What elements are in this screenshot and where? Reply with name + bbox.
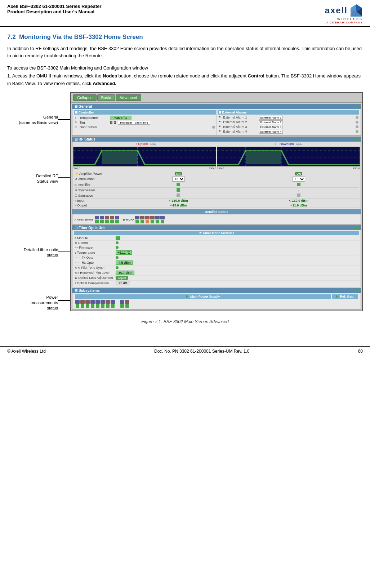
tx-opto-row: →→ Tx Opto — [74, 255, 359, 260]
logo-cobham: A COBHAM COMPANY — [326, 21, 363, 24]
synth-ul-dot — [177, 188, 180, 192]
amplifier-ul — [119, 183, 238, 187]
collapse-button[interactable]: Collapse — [73, 94, 97, 101]
subsys-status-dot — [356, 289, 358, 292]
subsys-dot-2 — [81, 304, 84, 308]
board-cell-5 — [115, 216, 119, 223]
rx-opto-label: ←← Rx Opto — [75, 261, 114, 264]
downlink-arrow-icon: ↓ — [275, 142, 276, 146]
refgen-icon-2 — [125, 300, 129, 304]
optical-icon: ⊠ — [75, 276, 77, 280]
fiber-status-dot — [356, 226, 358, 229]
subsystems-section: ⊟ Subsystems Main Power Supply Ref. Gen. — [72, 288, 361, 309]
tag-value: Repeater - Site Name — [118, 121, 150, 125]
alarm4-icon: ⚑ — [218, 130, 222, 133]
thermometer-icon: ↕ — [75, 116, 78, 120]
temperature2-value: +51.1 °C — [116, 250, 132, 255]
amp-power-dl: ON — [239, 172, 358, 175]
mcpa-cell-1 — [135, 216, 139, 223]
footer-copyright: © Axell Wireless Ltd — [7, 349, 46, 354]
label-power: Powermeasurementsstatus — [31, 295, 58, 311]
output-dl-val: <11.9 dBm — [239, 204, 358, 207]
footer-docno: Doc. No. PN 3302 61-200001 Series-UM Rev… — [154, 349, 250, 354]
refgen-cell-1 — [120, 300, 124, 308]
attenuation-dl-select[interactable]: 13 — [293, 177, 305, 182]
subsys-icon-3 — [85, 300, 90, 304]
optical-comp-icon: ↕ — [75, 281, 76, 285]
synth-ul — [119, 188, 238, 192]
rf-collapse-icon: ⊟ — [75, 137, 77, 141]
page-header: Axell BSF-3302 61-200001 Series Repeater… — [0, 0, 370, 27]
label-rf-status: Detailed RFStatus view — [36, 173, 58, 184]
rx-opto-value: -4.5 dBm — [116, 260, 133, 265]
subsys-dot-3 — [86, 304, 89, 308]
adjust-button[interactable]: Adjust — [116, 276, 128, 280]
comm-icon: ≋ — [75, 241, 77, 245]
footer-page: 60 — [358, 349, 363, 354]
subsys-dot-7 — [106, 304, 110, 308]
amplifier-row: ▷ Amplifier — [74, 182, 359, 188]
mcpa-dot-1 — [135, 220, 139, 223]
tag-icons: 🖫 🖫 — [110, 121, 116, 124]
refgen-header: Ref. Gen. — [332, 294, 358, 299]
subsys-cell-5 — [95, 300, 100, 308]
fiber-optic-section: ⊟ Fiber Optic Unit ⚑ Fiber Optic Modules… — [72, 225, 361, 287]
ext-alarm4-dot — [356, 130, 358, 133]
subsys-icon-4 — [90, 300, 95, 304]
advanced-button[interactable]: Advanced — [116, 94, 141, 101]
logo-wireless: WIRELESS — [337, 17, 363, 21]
external-alarms-panel: External Alarms ⚑ External Alarm 1 Exter… — [217, 110, 360, 135]
amplifier-dl — [239, 183, 358, 187]
output-ul-val: <-15.0 dBm — [119, 204, 238, 207]
page-footer: © Axell Wireless Ltd Doc. No. PN 3302 61… — [0, 346, 370, 356]
board-dot-1 — [95, 220, 99, 223]
subsys-collapse-icon: ⊟ — [75, 289, 77, 293]
sat-ul-dot — [177, 193, 180, 197]
mcpa-icon-3 — [145, 216, 150, 219]
pilot-tone-row: ≋≋ Pilot Tone Synth — [74, 266, 359, 270]
ext-alarm1-row: ⚑ External Alarm 1 External Alarm 1 — [218, 115, 360, 120]
optical-comp-value: 25 dB — [116, 281, 130, 285]
mcpa-cell-4 — [150, 216, 155, 223]
fiber-modules-icon: ⚑ — [199, 231, 202, 235]
mps-header: Main Power Supply — [75, 294, 331, 299]
mcpa-icon-6 — [160, 216, 165, 219]
ext-alarm2-dot — [356, 121, 358, 124]
uplink-chart — [73, 147, 216, 166]
body-paragraph-3: 1. Access the OMU II main windows, click… — [7, 72, 363, 87]
downlink-chart — [217, 147, 360, 166]
ext-alarm2-row: ⚑ External Alarm 2 External Alarm 2 — [218, 120, 360, 125]
uplink-title: ↑ ↑ Uplink MHz — [133, 142, 156, 146]
optical-loss-label: ⊠ Optical Loss Adjustment — [75, 276, 114, 280]
firmware-label: ≡≡ Firmware — [75, 246, 114, 249]
tx-opto-dot — [116, 256, 119, 259]
downlink-chart-labels: 390.0 395.0 — [217, 167, 360, 170]
pilot-dot — [116, 266, 119, 269]
board-icon-3 — [105, 216, 109, 219]
subsys-main-row: Main Power Supply Ref. Gen. — [74, 294, 359, 299]
temperature2-row: ↕ Temperature +51.1 °C — [74, 250, 359, 255]
refgen-dot — [336, 295, 338, 298]
basic-button[interactable]: Basic — [97, 94, 115, 101]
input-label: ≡ Input — [75, 199, 118, 202]
temperature2-label: ↕ Temperature — [75, 251, 114, 254]
header-text-block: Axell BSF-3302 61-200001 Series Repeater… — [7, 4, 102, 14]
rx-icon: ←← — [75, 261, 81, 264]
rf-status-dot — [356, 138, 358, 141]
temperature-row: ↕ Temperature +45.5 °C — [74, 115, 216, 120]
board-dot-2 — [100, 220, 104, 223]
board-icon-2 — [100, 216, 104, 219]
amp-power-label: ⚡ Amplifier Power — [75, 172, 118, 175]
board-icon-1 — [95, 216, 99, 219]
svg-rect-7 — [102, 150, 138, 164]
mcpa-icon-2 — [140, 216, 144, 219]
board-dot-5 — [115, 220, 119, 223]
tx-opto-label: →→ Tx Opto — [75, 256, 114, 259]
body-paragraph-1: In addition to RF settings and readings,… — [7, 45, 363, 59]
input-ul-val: <-110.0 dBm — [119, 199, 238, 202]
ext-alarm1-dot — [356, 116, 358, 119]
synthesizer-label: ≋ Synthesizer — [75, 188, 118, 192]
header-subtitle: Product Description and User's Manual — [7, 9, 102, 14]
mcpa-icon-5 — [155, 216, 160, 219]
attenuation-ul-select[interactable]: 13 — [172, 177, 185, 182]
